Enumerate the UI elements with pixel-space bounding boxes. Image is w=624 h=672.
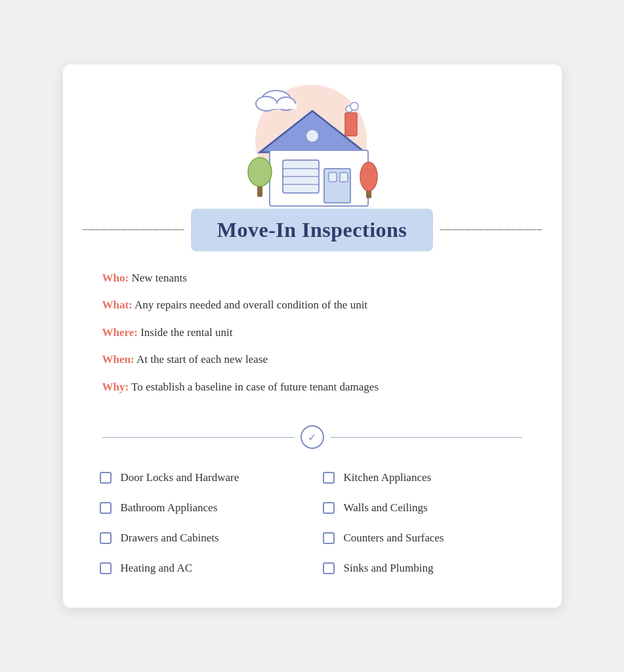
- checklist-label: Drawers and Cabinets: [121, 532, 219, 545]
- title-line-right: [440, 229, 541, 230]
- checklist-grid: Door Locks and HardwareKitchen Appliance…: [96, 465, 529, 581]
- checkbox-icon[interactable]: [323, 502, 335, 514]
- list-item[interactable]: Counters and Surfaces: [319, 525, 529, 551]
- checkbox-icon[interactable]: [100, 562, 112, 574]
- checkbox-icon[interactable]: [323, 532, 335, 544]
- info-row: Why: To establish a baseline in case of …: [102, 379, 522, 396]
- checklist-section: Door Locks and HardwareKitchen Appliance…: [63, 465, 562, 581]
- info-text: To establish a baseline in case of futur…: [131, 381, 379, 393]
- info-label: Where:: [102, 326, 138, 339]
- divider-line-right: [331, 437, 522, 438]
- checkbox-icon[interactable]: [100, 532, 112, 544]
- house-illustration: [220, 75, 404, 215]
- list-item[interactable]: Heating and AC: [96, 555, 306, 581]
- list-item[interactable]: Sinks and Plumbing: [319, 555, 529, 581]
- check-icon: ✓: [301, 425, 324, 449]
- info-text: Any repairs needed and overall condition…: [135, 299, 367, 311]
- list-item[interactable]: Kitchen Appliances: [319, 465, 529, 491]
- svg-point-18: [306, 129, 319, 142]
- list-item[interactable]: Walls and Ceilings: [319, 495, 529, 521]
- checkbox-icon[interactable]: [100, 502, 112, 514]
- info-label: Who:: [102, 272, 129, 284]
- divider-check: ✓: [102, 425, 522, 449]
- title-banner: Move-In Inspections: [191, 209, 434, 251]
- info-row: When: At the start of each new lease: [102, 351, 522, 368]
- checkbox-icon[interactable]: [323, 562, 335, 574]
- checklist-label: Heating and AC: [121, 562, 193, 575]
- divider-line-left: [102, 437, 294, 438]
- list-item[interactable]: Drawers and Cabinets: [96, 525, 306, 551]
- svg-rect-16: [329, 173, 337, 182]
- info-text: At the start of each new lease: [136, 353, 268, 366]
- svg-point-20: [248, 158, 272, 186]
- list-item[interactable]: Door Locks and Hardware: [96, 465, 306, 491]
- svg-point-22: [360, 162, 377, 191]
- info-row: Who: New tenants: [102, 270, 522, 287]
- info-section: Who: New tenantsWhat: Any repairs needed…: [63, 251, 562, 413]
- card: Move-In Inspections Who: New tenantsWhat…: [63, 64, 562, 608]
- info-label: What:: [102, 299, 133, 311]
- page-title: Move-In Inspections: [217, 218, 407, 242]
- info-text: New tenants: [131, 272, 187, 284]
- list-item[interactable]: Bathroom Appliances: [96, 495, 306, 521]
- checklist-label: Sinks and Plumbing: [344, 562, 434, 575]
- checklist-label: Door Locks and Hardware: [121, 471, 239, 484]
- svg-rect-5: [345, 113, 357, 136]
- svg-rect-4: [265, 104, 297, 109]
- info-label: Why:: [102, 381, 129, 393]
- svg-rect-17: [340, 173, 348, 182]
- checklist-label: Kitchen Appliances: [344, 471, 432, 484]
- checkbox-icon[interactable]: [323, 472, 335, 484]
- title-banner-wrapper: Move-In Inspections: [63, 209, 562, 251]
- info-label: When:: [102, 353, 135, 366]
- info-text: Inside the rental unit: [140, 326, 232, 339]
- info-row: Where: Inside the rental unit: [102, 324, 522, 341]
- illustration-area: [63, 64, 562, 215]
- svg-point-7: [350, 102, 358, 110]
- title-line-left: [83, 229, 184, 230]
- checklist-label: Bathroom Appliances: [121, 501, 218, 514]
- info-row: What: Any repairs needed and overall con…: [102, 297, 522, 314]
- checkbox-icon[interactable]: [100, 472, 112, 484]
- checklist-label: Walls and Ceilings: [344, 501, 428, 514]
- checklist-label: Counters and Surfaces: [344, 532, 444, 545]
